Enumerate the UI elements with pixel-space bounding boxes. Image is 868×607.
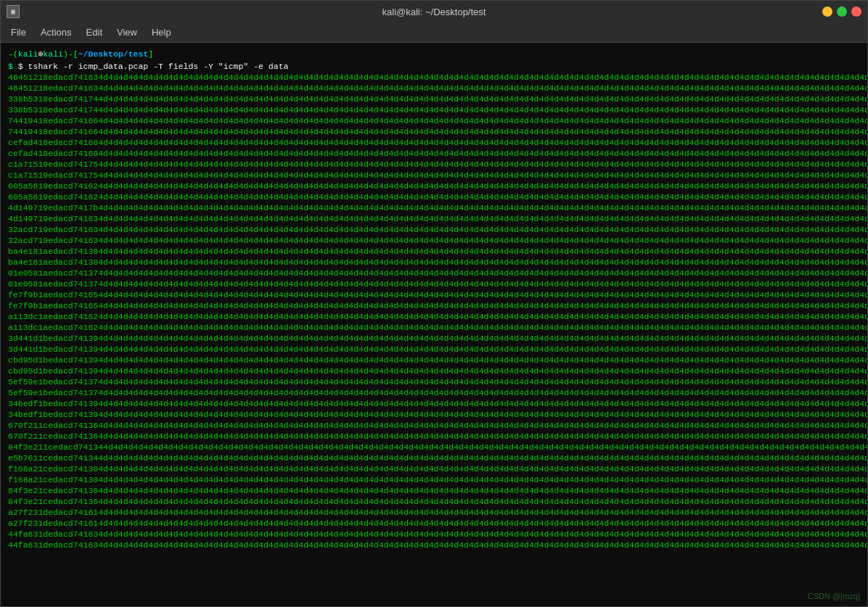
data-line: c1a71519edacd741754d4d4d4d4d4d4d4d4d4d4d… — [8, 159, 860, 170]
prompt-path: ~/Desktop/test — [78, 49, 149, 59]
command-text: $ tshark -r icmp_data.pcap -T fields -Y … — [18, 62, 289, 71]
data-line: e5b7611cedacd741344d4d4d4d4d4d4d4d4d4d4d… — [8, 453, 860, 463]
prompt-host: kali — [43, 49, 63, 59]
data-line: 01e0581aedacd741374d4d4d4d4d4d4d4d4d4d4d… — [8, 278, 860, 289]
data-line: 670f211cedacd741364d4d4d4d4d4d4d4d4d4d4d… — [8, 431, 860, 442]
data-line: cbd95d1bedacd741394d4d4d4d4d4d4d4d4d4d4d… — [8, 366, 860, 376]
titlebar-left: ▣ — [7, 5, 25, 18]
prompt-user: kali — [18, 49, 38, 59]
data-line: 84f3e21cedacd741364d4d4d4d4d4d4d4d4d4d4d… — [8, 496, 860, 507]
data-line: 44fa631dedacd741634d4d4d4d4d4d4d4d4d4d4d… — [8, 529, 860, 540]
command-line: $ $ tshark -r icmp_data.pcap -T fields -… — [8, 61, 860, 72]
menu-help[interactable]: Help — [144, 25, 179, 39]
data-line: fe7f9b1aedacd741654d4d4d4d4d4d4d4d4d4d4d… — [8, 289, 860, 300]
data-line: 34bedf1bedacd741394d4d4d4d4d4d4d4d4d4d4d… — [8, 409, 860, 420]
data-line: 338b5318edacd741744d4d4d4d4d4d4d4d4d4d4d… — [8, 94, 860, 104]
watermark: CSDN @[mzq] — [808, 592, 860, 600]
data-line: 5ef59e1bedacd741374d4d4d4d4d4d4d4d4d4d4d… — [8, 387, 860, 398]
data-line: ba4e181aedacd741384d4d4d4d4d4d4d4d4d4d4d… — [8, 257, 860, 268]
close-button[interactable] — [851, 7, 861, 17]
data-line: 34bedf1bedacd741394d4d4d4d4d4d4d4d4d4d4d… — [8, 398, 860, 409]
menubar: File Actions Edit View Help — [1, 22, 867, 43]
data-output: 46451218edacd741634d4d4d4d4d4d4d4d4d4d4d… — [8, 72, 860, 550]
data-line: f168a21cedacd741304d4d4d4d4d4d4d4d4d4d4d… — [8, 463, 860, 474]
data-line: 32acd719edacd741634d4d4d4d4d4d4d4d4d4d4d… — [8, 235, 860, 246]
data-line: 74419418edacd741664d4d4d4d4d4d4d4d4d4d4d… — [8, 115, 860, 126]
window-title: kali@kali: ~/Desktop/test — [382, 7, 486, 17]
data-line: f168a21cedacd741304d4d4d4d4d4d4d4d4d4d4d… — [8, 474, 860, 485]
window-icon: ▣ — [7, 5, 20, 18]
menu-file[interactable]: File — [4, 25, 33, 39]
data-line: cbd95d1bedacd741394d4d4d4d4d4d4d4d4d4d4d… — [8, 355, 860, 366]
data-line: 670f211cedacd741364d4d4d4d4d4d4d4d4d4d4d… — [8, 420, 860, 431]
titlebar-controls[interactable] — [822, 7, 861, 17]
data-line: 46451218edacd741634d4d4d4d4d4d4d4d4d4d4d… — [8, 83, 860, 94]
data-line: cefad418edacd741684d4d4d4d4d4d4d4d4d4d4d… — [8, 137, 860, 148]
data-line: a27f231dedacd741614d4d4d4d4d4d4d4d4d4d4d… — [8, 507, 860, 518]
data-line: 4d149719edacd7417b4d4d4d4d4d4d4d4d4d4d4d… — [8, 202, 860, 213]
data-line: 605a5619edacd741624d4d4d4d4d4d4d4d4d4d4d… — [8, 191, 860, 202]
data-line: 4d149719edacd741634d4d4d4d4d4d4d4d4d4d4d… — [8, 213, 860, 224]
data-line: fe7f9b1aedacd741654d4d4d4d4d4d4d4d4d4d4d… — [8, 300, 860, 311]
data-line: 338b5318edacd741744d4d4d4d4d4d4d4d4d4d4d… — [8, 104, 860, 115]
data-line: c1a71519edacd741754d4d4d4d4d4d4d4d4d4d4d… — [8, 170, 860, 181]
data-line: ba4e181aedacd741384d4d4d4d4d4d4d4d4d4d4d… — [8, 246, 860, 257]
data-line: 84f3e211cedacd741344d4d4d4d4d4d4d4d4d4d4… — [8, 442, 860, 453]
data-line: a113dc1aedacd741624d4d4d4d4d4d4d4d4d4d4d… — [8, 311, 860, 322]
terminal-body[interactable]: -(kali⊕kali)-[~/Desktop/test] $ $ tshark… — [1, 43, 867, 606]
menu-view[interactable]: View — [110, 25, 144, 39]
menu-edit[interactable]: Edit — [79, 25, 110, 39]
data-line: 32acd719edacd741634d4d4d4d4d4d4d4d4d4d4d… — [8, 224, 860, 235]
data-line: 84f3e21cedacd741364d4d4d4d4d4d4d4d4d4d4d… — [8, 485, 860, 496]
data-line: 5ef59e1bedacd741374d4d4d4d4d4d4d4d4d4d4d… — [8, 376, 860, 387]
data-line: 44fa631dedacd741634d4d4d4d4d4d4d4d4d4d4d… — [8, 540, 860, 550]
menu-actions[interactable]: Actions — [33, 25, 79, 39]
prompt-line: -(kali⊕kali)-[~/Desktop/test] — [8, 49, 860, 59]
data-line: cefad418edacd741684d4d4d4d4d4d4d4d4d4d4d… — [8, 148, 860, 159]
data-line: 74419418edacd741664d4d4d4d4d4d4d4d4d4d4d… — [8, 126, 860, 137]
data-line: a27f231dedacd741614d4d4d4d4d4d4d4d4d4d4d… — [8, 518, 860, 529]
minimize-button[interactable] — [822, 7, 832, 17]
data-line: 01e0581aedacd741374d4d4d4d4d4d4d4d4d4d4d… — [8, 268, 860, 278]
terminal-window: ▣ kali@kali: ~/Desktop/test File Actions… — [0, 0, 868, 607]
data-line: 46451218edacd741634d4d4d4d4d4d4d4d4d4d4d… — [8, 72, 860, 83]
dollar-sign: $ — [8, 62, 18, 71]
data-line: 605a5619edacd741624d4d4d4d4d4d4d4d4d4d4d… — [8, 181, 860, 191]
data-line: 3d441d1bedacd741394d4d4d4d4d4d4d4d4d4d4d… — [8, 344, 860, 355]
data-line: a113dc1aedacd741624d4d4d4d4d4d4d4d4d4d4d… — [8, 322, 860, 333]
prompt-arrow: -( — [8, 49, 18, 59]
titlebar: ▣ kali@kali: ~/Desktop/test — [1, 1, 867, 22]
maximize-button[interactable] — [837, 7, 847, 17]
data-line: 3d441d1bedacd741394d4d4d4d4d4d4d4d4d4d4d… — [8, 333, 860, 344]
